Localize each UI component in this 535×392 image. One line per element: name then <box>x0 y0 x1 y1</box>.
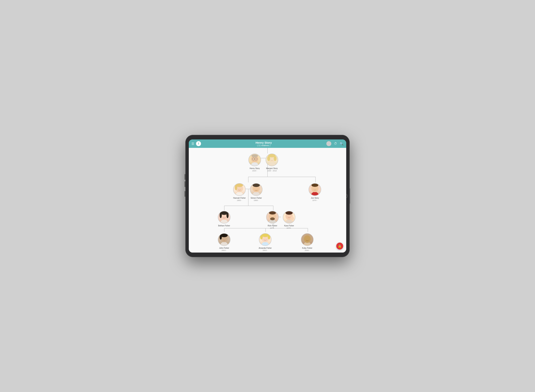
koby-name: Koby Fisher <box>302 247 312 249</box>
person-henry[interactable]: Henry Story 1920 - <box>246 154 263 172</box>
person-joe[interactable]: Joe Story 1970 - <box>306 183 324 201</box>
svg-point-46 <box>270 217 275 220</box>
familysearch-badge[interactable]: f <box>196 141 201 146</box>
koby-avatar <box>301 233 314 246</box>
amanda-name: Amanda Fisher <box>259 247 272 249</box>
power-button[interactable] <box>185 174 185 180</box>
henry-avatar <box>248 154 261 166</box>
person-margret[interactable]: Margret Story 1930 - 2010 <box>263 154 281 172</box>
rick-name: Rick Fisher <box>268 224 277 227</box>
henry-name: Henry Story <box>250 167 260 170</box>
person-rick[interactable]: Rick Fisher 1975 - <box>264 211 281 229</box>
menu-icon[interactable]: ☰ <box>192 142 194 145</box>
joe-face <box>309 184 321 196</box>
person-hannah[interactable]: Hannah Fisher 1955 - <box>231 183 248 201</box>
hannah-face <box>234 184 245 196</box>
koby-face <box>301 234 313 246</box>
svg-point-35 <box>311 192 319 196</box>
screen: ☰ f Henry Story ( 11 relatives ) ⏱ 🔍 <box>189 140 346 252</box>
svg-point-55 <box>261 242 269 246</box>
header-right: ⏱ 🔍 <box>326 141 343 146</box>
svg-point-28 <box>235 192 243 196</box>
person-koby[interactable]: Koby Fisher 2006 - <box>299 233 316 251</box>
svg-point-54 <box>220 235 222 240</box>
simon-avatar <box>250 183 263 196</box>
svg-point-31 <box>235 185 237 190</box>
rick-avatar <box>266 211 279 224</box>
svg-point-24 <box>268 162 276 166</box>
margret-dates: 1930 - 2010 <box>267 170 277 172</box>
speaker-grille <box>349 188 350 204</box>
svg-point-38 <box>220 219 228 223</box>
amanda-face <box>259 234 271 246</box>
svg-point-18 <box>251 162 258 166</box>
bethan-face <box>218 211 230 223</box>
person-simon[interactable]: Simon Fisher 1958 - <box>248 183 265 201</box>
joe-name: Joe Story <box>311 197 319 199</box>
hannah-dates: 1955 - <box>237 199 242 201</box>
henry-dates: 1920 - <box>252 170 257 172</box>
svg-point-50 <box>291 217 294 220</box>
joe-dates: 1970 - <box>312 199 318 201</box>
john-face <box>218 234 230 246</box>
svg-point-51 <box>220 242 228 246</box>
svg-point-59 <box>268 235 270 240</box>
svg-point-62 <box>304 235 310 243</box>
lock-icon: 🔒 <box>338 244 342 248</box>
kara-face <box>283 211 295 223</box>
volume-down-button[interactable] <box>185 191 185 197</box>
volume-up-button[interactable] <box>185 181 185 187</box>
hannah-name: Hannah Fisher <box>233 197 246 199</box>
amanda-avatar <box>259 233 272 246</box>
hannah-avatar <box>233 183 246 196</box>
joe-avatar <box>309 183 321 196</box>
family-tree-area: Henry Story 1920 - <box>189 148 346 252</box>
person-bethan[interactable]: Bethan Fisher <box>216 211 233 227</box>
history-icon[interactable]: ⏱ <box>334 142 337 145</box>
person-amanda[interactable]: Amanda Fisher 2003 - <box>257 233 274 251</box>
john-name: John Fisher <box>219 247 229 249</box>
tablet-shell: ↩ ☰ f Henry Story ( 11 relatives ) ⏱ 🔍 <box>185 135 350 257</box>
rick-face <box>267 211 278 223</box>
profile-icon[interactable] <box>326 141 331 146</box>
person-kara[interactable]: Kara Fisher 1978 - <box>281 211 298 229</box>
svg-point-58 <box>260 235 263 240</box>
svg-point-37 <box>311 184 318 187</box>
margret-face <box>266 154 278 166</box>
margret-name: Margret Story <box>266 167 278 170</box>
simon-name: Simon Fisher <box>251 197 262 199</box>
svg-point-27 <box>274 156 277 161</box>
rick-dates: 1975 - <box>270 227 275 229</box>
header-left: ☰ f <box>192 141 201 146</box>
svg-point-42 <box>226 212 229 218</box>
lock-button[interactable]: 🔒 <box>336 243 343 249</box>
margret-avatar <box>266 154 278 166</box>
svg-point-41 <box>220 212 222 218</box>
bethan-name: Bethan Fisher <box>218 224 230 227</box>
kara-dates: 1978 - <box>287 227 292 229</box>
header-subtitle: ( 11 relatives ) <box>255 144 272 146</box>
header-center: Henry Story ( 11 relatives ) <box>255 141 272 146</box>
simon-dates: 1958 - <box>254 199 259 201</box>
svg-point-45 <box>269 211 276 215</box>
svg-point-22 <box>251 154 258 157</box>
svg-point-26 <box>267 156 270 161</box>
search-icon[interactable]: 🔍 <box>340 142 343 145</box>
header-title: Henry Story <box>255 141 272 144</box>
kara-avatar <box>283 211 296 224</box>
app-header: ☰ f Henry Story ( 11 relatives ) ⏱ 🔍 <box>189 140 346 148</box>
henry-face <box>249 154 261 166</box>
kara-name: Kara Fisher <box>284 224 294 227</box>
koby-dates: 2006 - <box>305 249 310 251</box>
person-john[interactable]: John Fisher 2003 - <box>216 233 233 251</box>
john-dates: 2003 - <box>222 249 227 251</box>
amanda-dates: 2003 - <box>263 249 268 251</box>
bethan-avatar <box>218 211 230 224</box>
svg-point-32 <box>252 192 260 196</box>
simon-face <box>250 184 262 196</box>
john-avatar <box>218 233 230 246</box>
